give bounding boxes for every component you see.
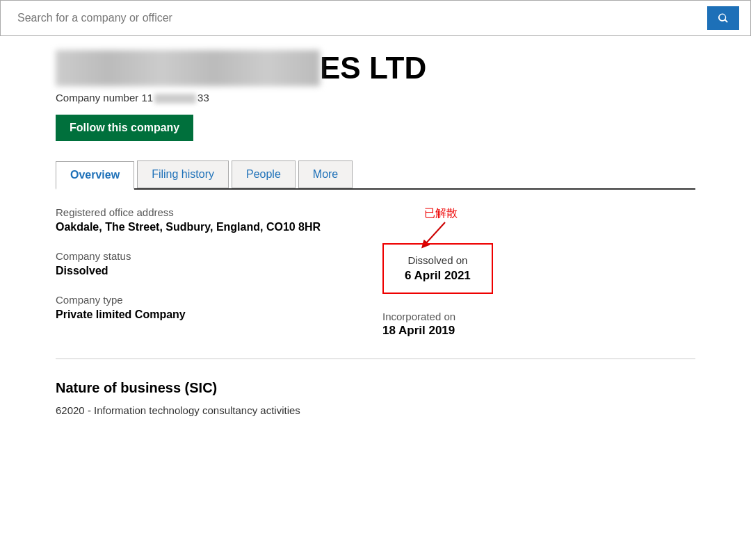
registered-office-block: Registered office address Oakdale, The S… [56, 206, 355, 233]
company-title-row: ES LTD [56, 50, 695, 86]
tab-more[interactable]: More [298, 160, 353, 188]
right-info-col: 已解散 Dissolved on 6 April 2 [376, 206, 695, 338]
dissolved-box: Dissolved on 6 April 2021 [382, 243, 493, 294]
tabs-row: Overview Filing history People More [56, 160, 695, 190]
dissolved-annotation-label: 已解散 [424, 206, 458, 221]
company-type-value: Private limited Company [56, 308, 355, 321]
company-type-label: Company type [56, 294, 355, 306]
incorporated-date: 18 April 2019 [382, 324, 455, 338]
dissolved-box-label: Dissolved on [405, 254, 471, 266]
registered-office-label: Registered office address [56, 206, 355, 218]
incorporated-label: Incorporated on [382, 311, 455, 322]
tab-filing-history[interactable]: Filing history [137, 160, 229, 188]
info-grid: Registered office address Oakdale, The S… [56, 206, 695, 338]
incorporated-block: Incorporated on 18 April 2019 [382, 311, 455, 338]
tab-overview[interactable]: Overview [56, 161, 134, 190]
company-type-block: Company type Private limited Company [56, 294, 355, 321]
company-status-block: Company status Dissolved [56, 250, 355, 277]
left-info-col: Registered office address Oakdale, The S… [56, 206, 376, 338]
company-status-value: Dissolved [56, 265, 355, 277]
company-number-blurred [154, 94, 196, 104]
company-title-blurred [56, 50, 320, 86]
company-number: Company number 1133 [56, 92, 695, 104]
main-content: ES LTD Company number 1133 Follow this c… [0, 36, 751, 444]
search-bar [0, 0, 751, 36]
tab-people[interactable]: People [232, 160, 296, 188]
dissolved-box-date: 6 April 2021 [405, 269, 471, 283]
registered-office-value: Oakdale, The Street, Sudbury, England, C… [56, 221, 355, 233]
follow-company-button[interactable]: Follow this company [56, 115, 193, 141]
search-icon [717, 12, 729, 24]
nature-of-business-value: 62020 - Information technology consultan… [56, 404, 695, 416]
company-number-suffix: 33 [197, 92, 209, 104]
search-input[interactable] [12, 8, 707, 28]
company-status-label: Company status [56, 250, 355, 262]
company-title-suffix: ES LTD [320, 51, 426, 85]
svg-line-0 [424, 222, 445, 245]
company-number-prefix: Company number 11 [56, 92, 153, 104]
annotation-container: 已解散 Dissolved on 6 April 2 [382, 206, 695, 338]
nature-of-business-title: Nature of business (SIC) [56, 380, 695, 396]
search-button[interactable] [707, 6, 739, 30]
divider [56, 359, 695, 359]
